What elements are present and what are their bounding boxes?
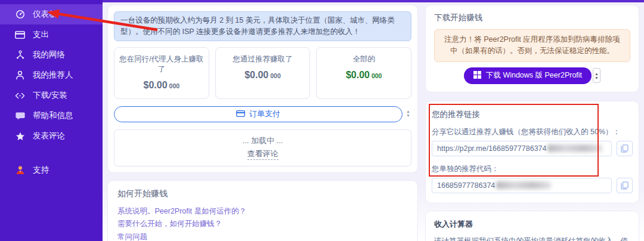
stat-subvalue: 000 <box>270 72 281 79</box>
chat-bubble-icon <box>15 111 25 121</box>
copy-icon <box>621 181 628 190</box>
download-windows-button[interactable]: 下载 Windows 版 Peer2Profit <box>464 67 592 84</box>
code-icon <box>15 91 25 101</box>
star-icon <box>15 131 25 141</box>
stats-row: 您在同行/代理人身上赚取了 $0.00000 您通过推荐赚取了 $0.00000… <box>114 47 411 99</box>
calculator-title: 收入计算器 <box>434 219 630 230</box>
reviews-loading-panel: ... 加载中 ... 查看评论 <box>114 129 411 166</box>
stat-value: $0.00000 <box>218 70 308 81</box>
stat-value: $0.00000 <box>117 80 206 91</box>
sidebar-item-label: 我的网络 <box>33 50 65 60</box>
stat-subvalue: 000 <box>371 72 382 79</box>
sidebar-item-dashboard[interactable]: 仪表板 <box>0 4 103 24</box>
credit-card-icon <box>236 110 245 119</box>
how-to-earn-title: 如何开始赚钱 <box>117 189 408 199</box>
peer2profit-dashboard: 仪表板 支出 我的网络 我的推荐人 下载/安装 <box>0 0 644 241</box>
download-title: 下载开始赚钱 <box>434 13 630 23</box>
stat-peers-earned: 您在同行/代理人身上赚取了 $0.00000 <box>114 47 209 99</box>
sidebar-item-label: 下载/安装 <box>33 90 67 101</box>
sidebar-item-label: 仪表板 <box>33 9 57 20</box>
main-column: 一台设备的预期收入约为每月 2 到 15 美元，具体取决于位置（国家、城市、网络… <box>107 5 418 241</box>
referral-code-input[interactable]: 16685977786374 <box>432 178 612 193</box>
referral-link-input[interactable]: https://p2pr.me/16685977786374 <box>432 141 612 156</box>
stat-label: 您通过推荐赚取了 <box>218 54 308 64</box>
howto-link-start[interactable]: 需要什么开始，如何开始赚钱？ <box>117 218 408 231</box>
sidebar-item-review[interactable]: 发表评论 <box>0 126 103 146</box>
sidebar-item-payouts[interactable]: 支出 <box>0 24 103 45</box>
stepper-control[interactable]: ▲▼ <box>405 110 411 118</box>
sidebar-item-label: 帮助和信息 <box>33 110 73 121</box>
sidebar-item-downloads[interactable]: 下载/安装 <box>0 85 103 106</box>
network-icon <box>15 50 25 60</box>
copy-code-button[interactable] <box>617 178 633 193</box>
order-payment-button[interactable]: 订单支付 <box>114 106 402 122</box>
referral-code-value: 16685977786374 <box>437 181 495 190</box>
referral-code-label: 您单独的推荐代码： <box>432 164 633 174</box>
calculator-description: 该计算器根据我们系统中的平均流量消耗估算您的收入。使用它时获得的数据并不能保证您… <box>434 236 630 241</box>
redacted-blur <box>496 181 551 189</box>
download-button-label: 下载 Windows 版 Peer2Profit <box>486 70 582 81</box>
stat-total-earned: 全部的 $0.00000 <box>316 47 411 99</box>
referral-code-row: 16685977786374 <box>432 178 633 193</box>
copy-link-button[interactable] <box>617 141 633 156</box>
sidebar-item-help[interactable]: 帮助和信息 <box>0 106 103 126</box>
sidebar-item-label: 发表评论 <box>33 131 65 141</box>
view-reviews-link[interactable]: 查看评论 <box>247 149 278 160</box>
antivirus-warning: 注意力！将 Peer2Profit 应用程序添加到防病毒排除项中（如果有的话）。… <box>434 29 630 62</box>
copy-icon <box>621 144 628 153</box>
howto-link-faq[interactable]: 常问问题 <box>117 231 408 241</box>
referral-title: 您的推荐链接 <box>432 109 633 120</box>
how-to-earn-card: 如何开始赚钱 系统说明。Peer2Profit 是如何运作的？ 需要什么开始，如… <box>107 180 418 241</box>
side-column: 下载开始赚钱 注意力！将 Peer2Profit 应用程序添加到防病毒排除项中（… <box>425 5 639 241</box>
stepper-control[interactable]: ▲▼ <box>593 68 600 83</box>
sidebar: 仪表板 支出 我的网络 我的推荐人 下载/安装 <box>0 0 103 241</box>
referral-share-label: 分享它以通过推荐人赚钱（您将获得他们收入的 50%）： <box>432 127 633 137</box>
redacted-blur <box>547 144 602 152</box>
credit-card-icon <box>15 30 25 40</box>
order-payment-label: 订单支付 <box>249 109 280 119</box>
order-payment-row: 订单支付 ▲▼ <box>114 106 411 122</box>
download-button-row: 下载 Windows 版 Peer2Profit ▲▼ <box>434 67 630 84</box>
stat-value: $0.00000 <box>319 70 408 81</box>
referral-link-value: https://p2pr.me/16685977786374 <box>437 144 546 153</box>
stat-label: 全部的 <box>319 54 408 64</box>
referral-card: 您的推荐链接 分享它以通过推荐人赚钱（您将获得他们收入的 50%）： https… <box>425 101 639 203</box>
overview-card: 一台设备的预期收入约为每月 2 到 15 美元，具体取决于位置（国家、城市、网络… <box>107 5 418 173</box>
sidebar-item-label: 我的推荐人 <box>33 70 73 81</box>
user-icon <box>15 70 25 81</box>
windows-logo-icon <box>473 71 481 81</box>
info-banner: 一台设备的预期收入约为每月 2 到 15 美元，具体取决于位置（国家、城市、网络… <box>114 11 411 41</box>
howto-link-system[interactable]: 系统说明。Peer2Profit 是如何运作的？ <box>117 205 408 218</box>
gauge-icon <box>15 10 25 20</box>
sidebar-item-support[interactable]: 支持 <box>0 160 103 180</box>
sidebar-item-label: 支持 <box>33 165 49 175</box>
stat-label: 您在同行/代理人身上赚取了 <box>117 54 206 75</box>
referral-link-row: https://p2pr.me/16685977786374 <box>432 141 633 156</box>
sidebar-item-network[interactable]: 我的网络 <box>0 45 103 65</box>
sidebar-item-referrals[interactable]: 我的推荐人 <box>0 65 103 85</box>
stat-referrals-earned: 您通过推荐赚取了 $0.00000 <box>215 47 311 99</box>
loading-text: ... 加载中 ... <box>243 135 283 146</box>
sidebar-item-label: 支出 <box>33 29 49 40</box>
income-calculator-card: 收入计算器 该计算器根据我们系统中的平均流量消耗估算您的收入。使用它时获得的数据… <box>425 211 639 241</box>
sidebar-gap <box>0 146 103 160</box>
download-card: 下载开始赚钱 注意力！将 Peer2Profit 应用程序添加到防病毒排除项中（… <box>425 5 639 92</box>
support-avatar-icon <box>15 165 25 175</box>
stat-subvalue: 000 <box>169 82 180 89</box>
